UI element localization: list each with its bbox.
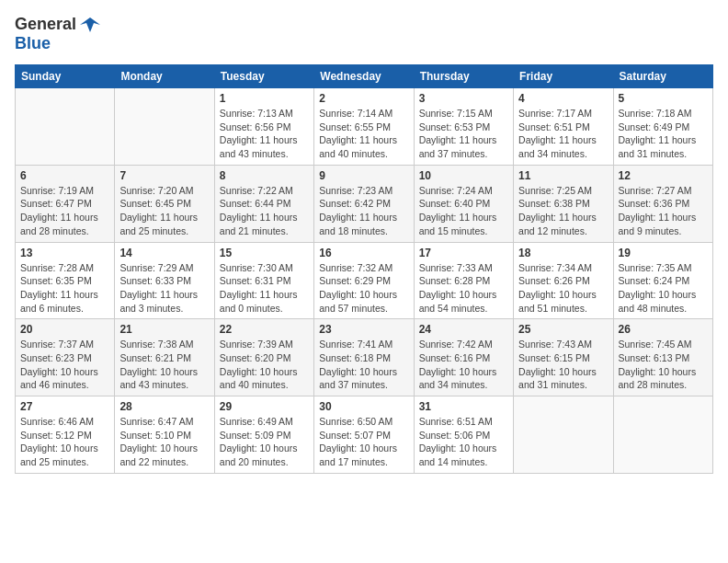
day-info: Sunrise: 6:49 AMSunset: 5:09 PMDaylight:…: [220, 415, 309, 469]
calendar-cell: 27Sunrise: 6:46 AMSunset: 5:12 PMDayligh…: [16, 396, 115, 474]
day-number: 25: [518, 323, 608, 336]
day-number: 24: [419, 323, 508, 336]
day-info: Sunrise: 7:35 AMSunset: 6:24 PMDaylight:…: [619, 261, 708, 316]
day-info: Sunrise: 7:20 AMSunset: 6:45 PMDaylight:…: [119, 184, 209, 238]
day-info: Sunrise: 7:27 AMSunset: 6:36 PMDaylight:…: [619, 184, 708, 238]
week-row-3: 13Sunrise: 7:28 AMSunset: 6:35 PMDayligh…: [16, 242, 713, 319]
day-info: Sunrise: 7:38 AMSunset: 6:21 PMDaylight:…: [119, 338, 209, 392]
day-number: 12: [619, 169, 708, 182]
logo-blue-text: Blue: [15, 34, 51, 52]
day-info: Sunrise: 7:28 AMSunset: 6:35 PMDaylight:…: [20, 261, 109, 316]
day-number: 14: [119, 247, 209, 259]
calendar-cell: 6Sunrise: 7:19 AMSunset: 6:47 PMDaylight…: [16, 165, 115, 242]
calendar-cell: 7Sunrise: 7:20 AMSunset: 6:45 PMDaylight…: [115, 165, 214, 242]
day-info: Sunrise: 7:42 AMSunset: 6:16 PMDaylight:…: [419, 338, 508, 392]
weekday-header-tuesday: Tuesday: [214, 65, 313, 88]
day-number: 23: [319, 323, 408, 336]
day-info: Sunrise: 7:19 AMSunset: 6:47 PMDaylight:…: [20, 184, 109, 238]
day-number: 26: [619, 323, 708, 336]
day-number: 21: [119, 323, 209, 336]
day-info: Sunrise: 7:43 AMSunset: 6:15 PMDaylight:…: [518, 338, 608, 392]
day-info: Sunrise: 6:47 AMSunset: 5:10 PMDaylight:…: [119, 415, 209, 469]
calendar-cell: 20Sunrise: 7:37 AMSunset: 6:23 PMDayligh…: [16, 319, 115, 396]
day-number: 3: [419, 92, 508, 105]
calendar-cell: 30Sunrise: 6:50 AMSunset: 5:07 PMDayligh…: [314, 396, 414, 474]
day-number: 10: [419, 169, 508, 182]
weekday-header-monday: Monday: [115, 65, 214, 88]
calendar-cell: [613, 396, 712, 474]
day-number: 5: [619, 92, 708, 105]
weekday-header-thursday: Thursday: [414, 65, 513, 88]
calendar-cell: 18Sunrise: 7:34 AMSunset: 6:26 PMDayligh…: [514, 242, 613, 319]
calendar-cell: 5Sunrise: 7:18 AMSunset: 6:49 PMDaylight…: [613, 88, 712, 166]
calendar-cell: 28Sunrise: 6:47 AMSunset: 5:10 PMDayligh…: [115, 396, 214, 474]
logo: General Blue: [15, 15, 100, 53]
day-number: 30: [319, 400, 408, 413]
calendar-cell: 22Sunrise: 7:39 AMSunset: 6:20 PMDayligh…: [214, 319, 313, 396]
calendar-cell: [514, 396, 613, 474]
day-number: 1: [220, 92, 309, 105]
day-number: 31: [419, 400, 508, 413]
day-number: 13: [20, 247, 109, 259]
calendar: SundayMondayTuesdayWednesdayThursdayFrid…: [15, 64, 713, 474]
calendar-cell: 3Sunrise: 7:15 AMSunset: 6:53 PMDaylight…: [414, 88, 513, 166]
day-info: Sunrise: 7:32 AMSunset: 6:29 PMDaylight:…: [319, 261, 408, 316]
day-info: Sunrise: 6:46 AMSunset: 5:12 PMDaylight:…: [20, 415, 109, 469]
calendar-cell: 4Sunrise: 7:17 AMSunset: 6:51 PMDaylight…: [514, 88, 613, 166]
day-info: Sunrise: 7:25 AMSunset: 6:38 PMDaylight:…: [518, 184, 608, 238]
calendar-cell: 23Sunrise: 7:41 AMSunset: 6:18 PMDayligh…: [314, 319, 414, 396]
week-row-5: 27Sunrise: 6:46 AMSunset: 5:12 PMDayligh…: [16, 396, 713, 474]
day-number: 16: [319, 247, 408, 259]
day-number: 11: [518, 169, 608, 182]
logo-general-text: General: [15, 15, 76, 34]
day-number: 18: [518, 247, 608, 259]
day-info: Sunrise: 7:14 AMSunset: 6:55 PMDaylight:…: [319, 107, 408, 161]
weekday-header-sunday: Sunday: [16, 65, 115, 88]
weekday-header-row: SundayMondayTuesdayWednesdayThursdayFrid…: [16, 65, 713, 88]
week-row-1: 1Sunrise: 7:13 AMSunset: 6:56 PMDaylight…: [16, 88, 713, 166]
weekday-header-friday: Friday: [514, 65, 613, 88]
calendar-cell: 14Sunrise: 7:29 AMSunset: 6:33 PMDayligh…: [115, 242, 214, 319]
day-info: Sunrise: 7:34 AMSunset: 6:26 PMDaylight:…: [518, 261, 608, 316]
calendar-cell: 24Sunrise: 7:42 AMSunset: 6:16 PMDayligh…: [414, 319, 513, 396]
day-info: Sunrise: 6:51 AMSunset: 5:06 PMDaylight:…: [419, 415, 508, 469]
calendar-cell: 15Sunrise: 7:30 AMSunset: 6:31 PMDayligh…: [214, 242, 313, 319]
day-info: Sunrise: 7:29 AMSunset: 6:33 PMDaylight:…: [119, 261, 209, 316]
day-info: Sunrise: 7:22 AMSunset: 6:44 PMDaylight:…: [220, 184, 309, 238]
day-info: Sunrise: 7:41 AMSunset: 6:18 PMDaylight:…: [319, 338, 408, 392]
calendar-cell: 9Sunrise: 7:23 AMSunset: 6:42 PMDaylight…: [314, 165, 414, 242]
calendar-cell: 21Sunrise: 7:38 AMSunset: 6:21 PMDayligh…: [115, 319, 214, 396]
calendar-cell: 25Sunrise: 7:43 AMSunset: 6:15 PMDayligh…: [514, 319, 613, 396]
calendar-cell: 17Sunrise: 7:33 AMSunset: 6:28 PMDayligh…: [414, 242, 513, 319]
svg-marker-0: [80, 17, 100, 32]
calendar-cell: 29Sunrise: 6:49 AMSunset: 5:09 PMDayligh…: [214, 396, 313, 474]
day-number: 15: [220, 247, 309, 259]
logo-bird-icon: [80, 16, 100, 34]
day-number: 6: [20, 169, 109, 182]
day-info: Sunrise: 7:18 AMSunset: 6:49 PMDaylight:…: [619, 107, 708, 161]
day-number: 17: [419, 247, 508, 259]
day-info: Sunrise: 7:17 AMSunset: 6:51 PMDaylight:…: [518, 107, 608, 161]
day-info: Sunrise: 7:13 AMSunset: 6:56 PMDaylight:…: [220, 107, 309, 161]
calendar-cell: 8Sunrise: 7:22 AMSunset: 6:44 PMDaylight…: [214, 165, 313, 242]
day-info: Sunrise: 7:24 AMSunset: 6:40 PMDaylight:…: [419, 184, 508, 238]
day-number: 4: [518, 92, 608, 105]
day-number: 20: [20, 323, 109, 336]
calendar-cell: 19Sunrise: 7:35 AMSunset: 6:24 PMDayligh…: [613, 242, 712, 319]
day-number: 28: [119, 400, 209, 413]
calendar-cell: 26Sunrise: 7:45 AMSunset: 6:13 PMDayligh…: [613, 319, 712, 396]
day-info: Sunrise: 7:30 AMSunset: 6:31 PMDaylight:…: [220, 261, 309, 316]
calendar-cell: 10Sunrise: 7:24 AMSunset: 6:40 PMDayligh…: [414, 165, 513, 242]
day-info: Sunrise: 6:50 AMSunset: 5:07 PMDaylight:…: [319, 415, 408, 469]
day-info: Sunrise: 7:45 AMSunset: 6:13 PMDaylight:…: [619, 338, 708, 392]
day-number: 9: [319, 169, 408, 182]
calendar-cell: 13Sunrise: 7:28 AMSunset: 6:35 PMDayligh…: [16, 242, 115, 319]
calendar-cell: 16Sunrise: 7:32 AMSunset: 6:29 PMDayligh…: [314, 242, 414, 319]
weekday-header-saturday: Saturday: [613, 65, 712, 88]
day-info: Sunrise: 7:33 AMSunset: 6:28 PMDaylight:…: [419, 261, 508, 316]
header: General Blue: [15, 15, 713, 53]
day-number: 8: [220, 169, 309, 182]
day-number: 29: [220, 400, 309, 413]
weekday-header-wednesday: Wednesday: [314, 65, 414, 88]
day-info: Sunrise: 7:39 AMSunset: 6:20 PMDaylight:…: [220, 338, 309, 392]
